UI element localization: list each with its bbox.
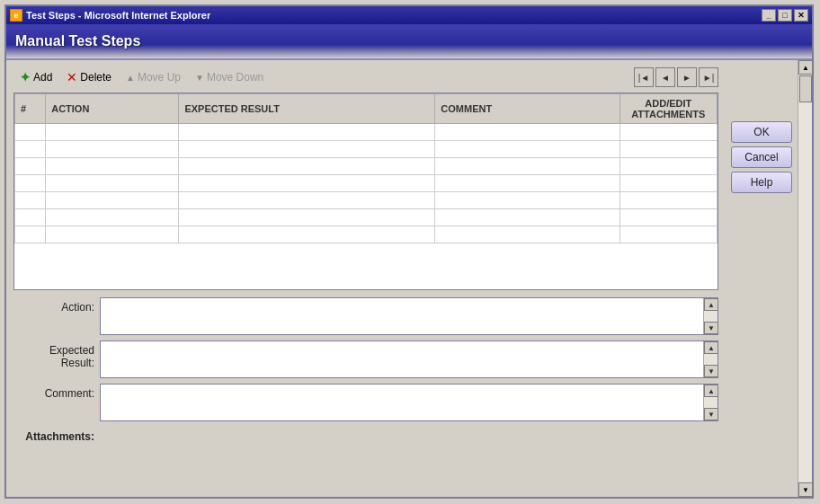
window-controls[interactable]: _ □ ✕ <box>762 9 808 22</box>
scroll-up-button[interactable]: ▲ <box>798 60 813 75</box>
right-panel: OK Cancel Help <box>726 60 798 497</box>
expected-result-row: Expected Result: ▲ ▼ <box>13 340 718 378</box>
attachments-row: Attachments: <box>13 427 718 443</box>
first-button[interactable]: |◄ <box>634 67 654 87</box>
table-row[interactable] <box>15 141 718 158</box>
delete-icon: ✕ <box>67 70 77 84</box>
col-comment: COMMENT <box>435 94 619 124</box>
table-body <box>15 124 718 243</box>
add-label: Add <box>33 71 52 84</box>
last-button[interactable]: ►| <box>699 67 718 87</box>
col-expected: EXPECTED RESULT <box>179 94 435 124</box>
attachments-label: Attachments: <box>13 427 94 443</box>
move-down-button[interactable]: ▼ Move Down <box>189 68 270 86</box>
action-scroll-down[interactable]: ▼ <box>704 322 718 334</box>
minimize-button[interactable]: _ <box>762 9 776 22</box>
action-scroll-track <box>704 311 718 322</box>
comment-scrollbar[interactable]: ▲ ▼ <box>703 385 718 420</box>
comment-scroll-track <box>704 397 718 408</box>
ok-button[interactable]: OK <box>731 121 792 143</box>
header-strip: Manual Test Steps <box>6 24 812 60</box>
expected-result-label: Expected Result: <box>13 340 94 369</box>
action-scroll-up[interactable]: ▲ <box>704 298 718 311</box>
add-icon: ✦ <box>20 70 31 84</box>
expected-scroll-down[interactable]: ▼ <box>704 365 718 377</box>
action-row: Action: ▲ ▼ <box>13 297 718 335</box>
scroll-track <box>798 75 812 482</box>
form-area: Action: ▲ ▼ Expected Result: <box>13 297 718 443</box>
action-label: Action: <box>13 297 94 314</box>
prev-button[interactable]: ◄ <box>655 67 675 87</box>
comment-scroll-down[interactable]: ▼ <box>704 408 718 420</box>
comment-field[interactable] <box>101 385 703 420</box>
col-attachments: ADD/EDITATTACHMENTS <box>619 94 717 124</box>
move-up-label: Move Up <box>138 71 181 84</box>
nav-group: |◄ ◄ ► ►| <box>634 67 718 87</box>
next-icon: ► <box>682 73 691 83</box>
col-action: ACTION <box>46 94 179 124</box>
action-field[interactable] <box>101 298 703 334</box>
table-row[interactable] <box>15 124 718 141</box>
move-up-button[interactable]: ▲ Move Up <box>120 68 187 86</box>
scroll-thumb[interactable] <box>799 75 812 102</box>
cancel-button[interactable]: Cancel <box>731 146 792 168</box>
next-button[interactable]: ► <box>677 67 697 87</box>
help-button[interactable]: Help <box>731 172 792 193</box>
maximize-button[interactable]: □ <box>778 9 792 22</box>
table-row[interactable] <box>15 226 718 243</box>
prev-icon: ◄ <box>661 73 670 83</box>
main-scrollbar[interactable]: ▲ ▼ <box>798 60 812 497</box>
comment-label: Comment: <box>13 384 94 400</box>
page-title: Manual Test Steps <box>15 33 140 49</box>
first-icon: |◄ <box>638 73 650 83</box>
comment-row: Comment: ▲ ▼ <box>13 384 718 421</box>
table-row[interactable] <box>15 192 718 209</box>
delete-button[interactable]: ✕ Delete <box>60 67 118 87</box>
table-row[interactable] <box>15 209 718 226</box>
window-title: Test Steps - Microsoft Internet Explorer <box>26 10 210 21</box>
delete-label: Delete <box>80 71 111 84</box>
action-field-wrapper: ▲ ▼ <box>100 297 718 335</box>
move-down-icon: ▼ <box>195 73 204 83</box>
col-number: # <box>15 94 46 124</box>
expected-scroll-up[interactable]: ▲ <box>704 341 718 354</box>
table-row[interactable] <box>15 158 718 175</box>
table-container: # ACTION EXPECTED RESULT COMMENT ADD/EDI… <box>13 93 718 290</box>
last-icon: ►| <box>703 73 715 83</box>
move-down-label: Move Down <box>207 71 263 84</box>
expected-result-field[interactable] <box>101 341 703 377</box>
toolbar: ✦ Add ✕ Delete ▲ Move Up ▼ Move Down <box>13 67 718 87</box>
action-scrollbar[interactable]: ▲ ▼ <box>703 298 718 334</box>
expected-scrollbar[interactable]: ▲ ▼ <box>703 341 718 377</box>
steps-table: # ACTION EXPECTED RESULT COMMENT ADD/EDI… <box>14 93 718 243</box>
expected-result-field-wrapper: ▲ ▼ <box>100 340 718 378</box>
title-bar: e Test Steps - Microsoft Internet Explor… <box>6 6 812 24</box>
scroll-down-button[interactable]: ▼ <box>798 482 813 497</box>
add-button[interactable]: ✦ Add <box>13 67 58 87</box>
window-icon: e <box>10 9 22 22</box>
comment-field-wrapper: ▲ ▼ <box>100 384 718 421</box>
close-button[interactable]: ✕ <box>794 9 808 22</box>
table-row[interactable] <box>15 175 718 192</box>
expected-scroll-track <box>704 354 718 365</box>
comment-scroll-up[interactable]: ▲ <box>704 385 718 397</box>
move-up-icon: ▲ <box>126 73 135 83</box>
